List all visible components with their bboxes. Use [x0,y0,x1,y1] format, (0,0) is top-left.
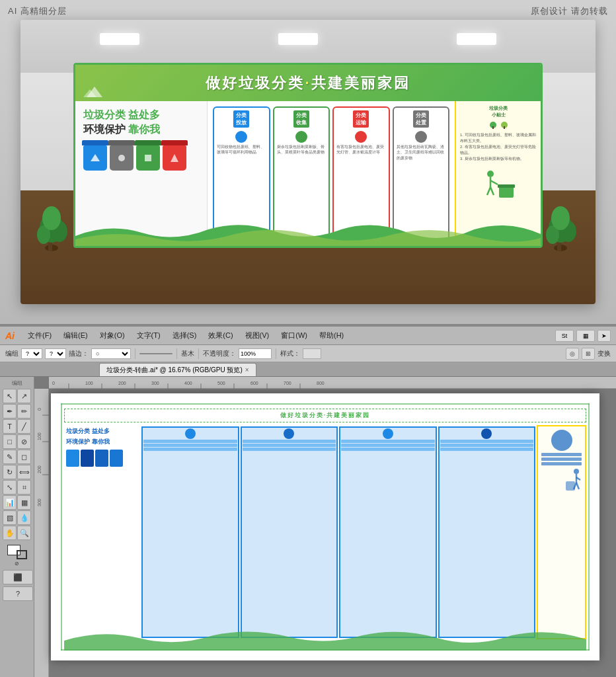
bins-row [83,143,199,172]
canvas-bins [66,450,138,467]
canvas-slogan-1: 垃圾分类 益处多 [66,427,138,436]
eyedropper-tool[interactable]: 💧 [17,510,31,525]
cat-text-4: 其他垃圾包括砖瓦陶瓷、渣土、卫生间废纸等难以回收的废弃物 [395,144,447,161]
canvas-selection-1 [142,427,239,637]
menu-text[interactable]: 文字(T) [132,329,166,342]
type-tool[interactable]: T [3,419,17,434]
direct-select-tool[interactable]: ↗ [17,389,31,403]
slogan-line-2: 环境保护 靠你我 [83,122,199,137]
canvas-selection-2 [241,427,338,637]
canvas-hills-svg [64,627,586,651]
plant-left [34,198,73,264]
mirror-tool[interactable]: ⟺ [17,465,31,479]
toolbar-sep-4 [276,348,276,359]
menu-select[interactable]: 选择(S) [167,329,202,342]
line-label: 基木 [181,349,194,358]
menu-file[interactable]: 文件(F) [22,329,57,342]
ruler-vertical: 0 100 200 300 [34,389,49,677]
svg-point-14 [118,155,125,161]
ai-canvas[interactable]: 0 100 200 300 400 500 600 [34,377,616,677]
none-indicator: ⊘ [15,561,19,567]
line-tool[interactable]: ╱ [17,419,31,434]
svg-text:400: 400 [184,381,192,385]
watermark-left: AI 高精细分层 [8,5,67,17]
svg-text:0: 0 [52,381,55,385]
rotate-tool[interactable]: ↻ [3,465,17,479]
svg-text:700: 700 [284,381,291,385]
graph-tool[interactable]: 📊 [3,495,17,510]
canvas-bin-1 [66,450,79,467]
svg-text:0: 0 [37,408,42,411]
bin-green [136,143,160,172]
canvas-bin-3 [95,450,108,467]
eraser-tool[interactable]: ◻ [17,450,31,464]
tab-close-btn[interactable]: × [245,366,249,374]
ai-arrange-btn[interactable]: St [555,330,574,342]
banner-header: 做好垃圾分类·共建美丽家园 [75,65,541,101]
toolbox-header: 编组 [3,379,31,387]
opacity-input[interactable] [239,348,272,359]
question-btn[interactable]: ? [3,586,33,601]
canvas-main: 垃圾分类 益处多 环境保护 靠你我 [64,425,586,639]
svg-text:300: 300 [151,381,159,385]
grid-btn[interactable]: ⊞ [582,348,595,360]
warp-tool[interactable]: ⌗ [17,480,31,495]
canvas-bin-4 [110,450,123,467]
chart-tool[interactable]: ▦ [17,495,31,510]
change-screen-mode[interactable]: ⬛ [3,570,33,584]
ruler-horizontal: 0 100 200 300 400 500 600 [49,377,616,389]
ai-workspace: 编组 ↖ ↗ ✒ ✏ T ╱ □ ⊘ ✎ ◻ ↻ ⟺ [0,377,616,677]
select-tool[interactable]: ↖ [3,389,17,403]
menu-object[interactable]: 对象(O) [95,329,130,342]
ai-menubar: Ai 文件(F) 编辑(E) 对象(O) 文字(T) 选择(S) 效果(C) 视… [0,327,616,345]
brush-tool[interactable]: ⊘ [17,434,31,449]
watermark-right: 原创设计 请勿转载 [531,5,608,17]
stroke-label: 描边： [69,349,89,358]
toolbar-dropdown-1[interactable]: ? [21,348,42,359]
tips-title: 垃圾分类 小贴士 [460,105,537,118]
rect-tool[interactable]: □ [3,434,17,449]
menu-view[interactable]: 视图(V) [240,329,275,342]
slogan-line-1: 垃圾分类 益处多 [83,108,199,122]
svg-text:500: 500 [217,381,225,385]
toolbar-dropdown-2[interactable]: ? [45,348,66,359]
zoom-tool[interactable]: 🔍 [17,526,31,540]
color-section: ⊘ [3,545,31,567]
svg-point-23 [487,171,494,177]
cat-label-recyclable: 分类投放 [233,110,249,128]
banner-title: 做好垃圾分类·共建美丽家园 [206,73,410,93]
menu-effect[interactable]: 效果(C) [203,329,238,342]
svg-rect-20 [504,126,505,129]
cat-text-2: 厨余垃圾包括剩菜剩饭、骨头、菜根菜叶等食品类废物 [276,144,328,155]
svg-rect-57 [566,481,575,491]
pen-sub-tool[interactable]: ✏ [17,404,31,418]
pencil-tool[interactable]: ✎ [3,450,17,464]
svg-text:300: 300 [37,498,42,506]
color-wheel-btn[interactable]: ◎ [566,348,579,360]
room-background: 做好垃圾分类·共建美丽家园 垃圾分类 益处多 环境保护 靠你我 [20,20,596,304]
stroke-box[interactable] [17,550,27,559]
menu-edit[interactable]: 编辑(E) [58,329,93,342]
scale-tool[interactable]: ⤡ [3,480,17,495]
transform-label: 变换 [597,349,611,358]
stroke-dropdown[interactable]: ○ [91,348,131,359]
tool-row-7: ⤡ ⌗ [3,480,31,495]
menu-window[interactable]: 窗口(W) [276,329,313,342]
gradient-tool[interactable]: ▧ [3,510,17,525]
toolbar-sep-2 [176,348,177,359]
svg-point-11 [551,206,570,230]
ceiling-light-3 [457,33,496,45]
toolbar-group-label: 编组 [5,349,19,358]
menu-help[interactable]: 帮助(H) [314,329,349,342]
ai-workspace-btn[interactable]: ▦ [576,330,595,342]
ai-options-toolbar: 编组 ? ? 描边： ○ 基木 不透明度： 样式： ◎ ⊞ 变换 [0,345,616,362]
hand-tool[interactable]: ✋ [3,526,17,540]
pen-tool[interactable]: ✒ [3,404,17,418]
guide-left [61,403,62,651]
canvas-figure-area [540,468,583,493]
ai-logo: Ai [5,331,15,341]
svg-line-26 [487,187,490,195]
ai-arrow-btn[interactable]: ➤ [597,330,611,342]
ai-document-tab[interactable]: 垃圾分类-转曲.ai* @ 16.67% (RGB/GPU 预览) × [99,363,256,376]
tool-row-5: ✎ ◻ [3,450,31,464]
